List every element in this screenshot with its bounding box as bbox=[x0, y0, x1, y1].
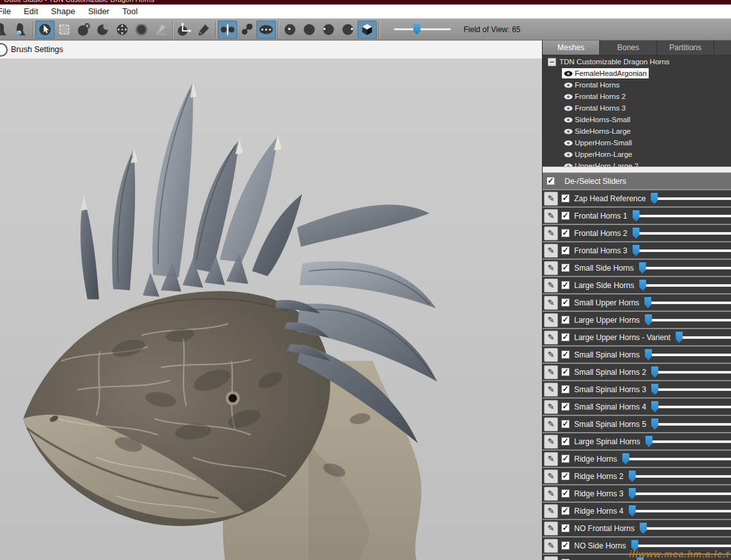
slider-checkbox[interactable] bbox=[561, 229, 570, 237]
mesh-item[interactable]: Frontal Horns 2 bbox=[562, 91, 627, 102]
slider-thumb[interactable] bbox=[629, 471, 636, 482]
mesh-row[interactable]: Frontal Horns 2 bbox=[543, 91, 731, 102]
deflate-brush-button[interactable] bbox=[93, 21, 113, 39]
sphere-dot-left-button[interactable] bbox=[319, 21, 338, 39]
slider-track[interactable] bbox=[630, 510, 731, 512]
edit-slider-button[interactable]: ✎ bbox=[544, 244, 558, 258]
eye-visibility-icon[interactable] bbox=[564, 128, 573, 135]
edit-slider-button[interactable]: ✎ bbox=[544, 226, 558, 240]
slider-thumb[interactable] bbox=[622, 453, 629, 465]
mesh-row[interactable]: UpperHorn-Small bbox=[543, 137, 731, 149]
slider-checkbox[interactable] bbox=[561, 246, 570, 255]
slider-track[interactable] bbox=[634, 232, 731, 235]
slider-checkbox[interactable] bbox=[561, 281, 570, 289]
mesh-row[interactable]: Frontal Horns bbox=[543, 79, 731, 91]
slider-track[interactable] bbox=[646, 354, 731, 356]
slider-checkbox[interactable] bbox=[561, 489, 570, 498]
slider-thumb[interactable] bbox=[651, 384, 658, 395]
slider-track[interactable] bbox=[647, 440, 731, 443]
slider-thumb[interactable] bbox=[645, 349, 652, 361]
slider-track[interactable] bbox=[634, 249, 731, 252]
slider-track[interactable] bbox=[653, 371, 731, 374]
select-tool-button[interactable] bbox=[35, 21, 55, 39]
slider-track[interactable] bbox=[653, 423, 731, 426]
edit-slider-button[interactable]: ✎ bbox=[544, 469, 558, 483]
mesh-row[interactable]: UpperHorn-Large 2 bbox=[543, 160, 731, 167]
edit-slider-button[interactable]: ✎ bbox=[544, 504, 558, 518]
load-project-button[interactable] bbox=[12, 21, 31, 39]
edit-slider-button[interactable]: ✎ bbox=[544, 383, 558, 397]
mesh-item[interactable]: Frontal Horns 3 bbox=[562, 103, 627, 113]
slider-checkbox[interactable] bbox=[561, 333, 570, 341]
tab[interactable]: L bbox=[714, 41, 731, 55]
mesh-row[interactable]: UpperHorn-Large bbox=[543, 149, 731, 160]
slider-thumb[interactable] bbox=[633, 245, 640, 257]
eye-visibility-icon[interactable] bbox=[564, 105, 573, 112]
new-project-button[interactable] bbox=[0, 21, 12, 39]
slider-checkbox[interactable] bbox=[561, 402, 570, 411]
edit-slider-button[interactable]: ✎ bbox=[544, 539, 558, 553]
global-brush-collision-toggle-button[interactable] bbox=[257, 21, 276, 39]
slider-track[interactable] bbox=[624, 458, 731, 460]
slider-thumb[interactable] bbox=[640, 523, 647, 534]
edit-slider-button[interactable]: ✎ bbox=[544, 556, 558, 560]
eye-visibility-icon[interactable] bbox=[564, 116, 573, 123]
mask-brush-button[interactable] bbox=[55, 21, 74, 39]
edit-slider-button[interactable]: ✎ bbox=[544, 209, 558, 223]
smooth-brush-button[interactable] bbox=[132, 21, 151, 39]
pivot-tool-button[interactable] bbox=[194, 21, 213, 39]
tab[interactable]: Bones bbox=[600, 41, 657, 55]
slider-thumb[interactable] bbox=[651, 419, 658, 430]
mesh-item[interactable]: Frontal Horns bbox=[562, 80, 622, 90]
slider-checkbox[interactable] bbox=[561, 541, 570, 550]
sphere-dot-right-button[interactable] bbox=[338, 21, 357, 39]
slider-checkbox[interactable] bbox=[561, 472, 570, 480]
edit-slider-button[interactable]: ✎ bbox=[544, 348, 558, 362]
mesh-item[interactable]: SideHorns-Small bbox=[562, 114, 632, 125]
transform-tool-button[interactable] bbox=[175, 21, 194, 39]
slider-track[interactable] bbox=[640, 284, 731, 287]
slider-checkbox[interactable] bbox=[561, 264, 570, 272]
slider-checkbox[interactable] bbox=[561, 350, 570, 359]
mesh-item[interactable]: UpperHorn-Large bbox=[562, 149, 635, 159]
brush-settings-toggle-icon[interactable] bbox=[0, 43, 8, 57]
edit-slider-button[interactable]: ✎ bbox=[544, 261, 558, 275]
edit-slider-button[interactable]: ✎ bbox=[544, 330, 558, 345]
slider-thumb[interactable] bbox=[639, 262, 646, 274]
edit-slider-button[interactable]: ✎ bbox=[544, 313, 558, 327]
slider-track[interactable] bbox=[646, 319, 731, 321]
eye-visibility-icon[interactable] bbox=[564, 70, 573, 77]
edit-slider-button[interactable]: ✎ bbox=[544, 435, 558, 449]
slider-checkbox[interactable] bbox=[561, 368, 570, 376]
sphere-solid-button[interactable] bbox=[300, 21, 319, 39]
mesh-row[interactable]: SideHorns-Large bbox=[543, 125, 731, 137]
slider-checkbox[interactable] bbox=[561, 316, 570, 324]
slider-track[interactable] bbox=[630, 475, 731, 478]
slider-track[interactable] bbox=[634, 215, 731, 217]
eye-visibility-icon[interactable] bbox=[564, 151, 573, 158]
slider-thumb[interactable] bbox=[651, 193, 658, 204]
edit-slider-button[interactable]: ✎ bbox=[544, 278, 558, 293]
slider-thumb[interactable] bbox=[644, 297, 651, 309]
menu-item[interactable]: Shape bbox=[44, 5, 82, 18]
menu-item[interactable]: Edit bbox=[17, 5, 44, 18]
sphere-dot-center-button[interactable] bbox=[280, 21, 300, 39]
slider-thumb[interactable] bbox=[651, 366, 658, 378]
slider-checkbox[interactable] bbox=[561, 194, 570, 203]
fov-slider-thumb[interactable] bbox=[413, 24, 420, 35]
tree-root-row[interactable]: TDN Customizable Dragon Horns bbox=[543, 56, 731, 68]
slider-checkbox[interactable] bbox=[561, 507, 570, 515]
tab[interactable]: Meshes bbox=[543, 41, 600, 55]
eye-visibility-icon[interactable] bbox=[564, 82, 573, 89]
slider-track[interactable] bbox=[630, 492, 731, 495]
slider-checkbox[interactable] bbox=[561, 385, 570, 393]
eye-visibility-icon[interactable] bbox=[564, 93, 573, 100]
collapse-expander-icon[interactable] bbox=[548, 58, 556, 66]
edit-slider-button[interactable]: ✎ bbox=[544, 521, 558, 536]
edit-slider-button[interactable]: ✎ bbox=[544, 400, 558, 414]
slider-checkbox[interactable] bbox=[561, 298, 570, 307]
slider-thumb[interactable] bbox=[651, 401, 658, 413]
select-all-checkbox[interactable] bbox=[546, 177, 555, 185]
edit-slider-button[interactable]: ✎ bbox=[544, 417, 558, 431]
slider-track[interactable] bbox=[652, 197, 731, 200]
